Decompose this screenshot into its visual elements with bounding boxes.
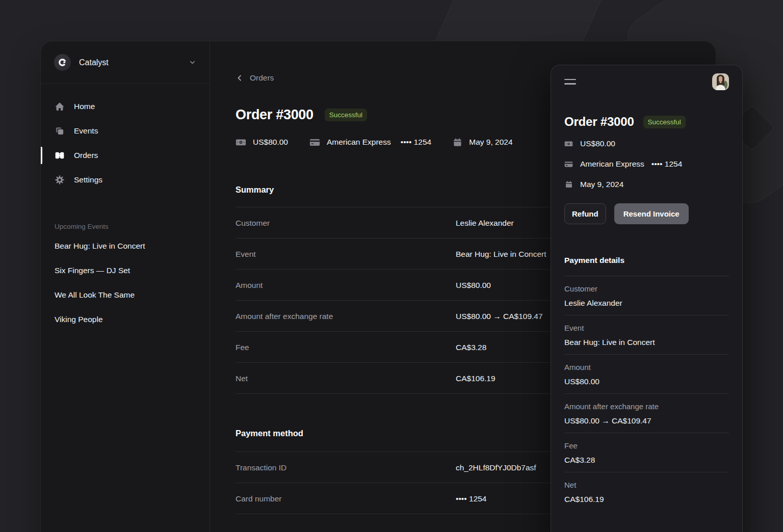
ticket-icon — [55, 150, 65, 161]
sidebar-item-label: Orders — [74, 151, 98, 160]
upcoming-events-heading: Upcoming Events — [55, 223, 196, 230]
user-avatar[interactable] — [712, 73, 729, 90]
sidebar-nav: Home Events Orders — [41, 94, 210, 192]
credit-card-icon — [309, 137, 320, 148]
list-item: Amount US$80.00 — [564, 355, 729, 394]
order-card-last4: •••• 1254 — [401, 138, 432, 147]
list-item: Customer Leslie Alexander — [564, 276, 729, 315]
desktop-backdrop: Catalyst Home Events — [0, 0, 783, 532]
mobile-panel: Order #3000 Successful US$80.00 American… — [551, 65, 743, 532]
detail-value: CA$3.28 — [564, 455, 729, 465]
row-label: Customer — [236, 218, 456, 228]
row-label: Event — [236, 249, 456, 259]
sidebar-event-link[interactable]: Bear Hug: Live in Concert — [55, 241, 196, 251]
payment-details-list: Customer Leslie Alexander Event Bear Hug… — [564, 276, 729, 511]
sidebar: Catalyst Home Events — [41, 41, 210, 532]
detail-label: Customer — [564, 284, 729, 294]
list-item: Net CA$106.19 — [564, 472, 729, 511]
gear-icon — [55, 175, 65, 185]
hamburger-menu-icon[interactable] — [564, 77, 576, 87]
banknote-icon — [236, 137, 246, 148]
row-label: Card number — [236, 493, 456, 504]
detail-value: US$80.00 — [564, 377, 729, 386]
square-stack-icon — [55, 126, 65, 136]
calendar-icon — [453, 138, 462, 147]
detail-value: US$80.00 → CA$109.47 — [564, 416, 729, 425]
list-item: Fee CA$3.28 — [564, 433, 729, 472]
panel-card-brand: American Express — [580, 159, 644, 169]
row-label: Amount after exchange rate — [236, 311, 456, 322]
panel-status-badge: Successful — [643, 116, 686, 128]
panel-card-last4: •••• 1254 — [651, 159, 683, 169]
panel-date-value: May 9, 2024 — [580, 180, 623, 189]
page-title: Order #3000 — [236, 107, 314, 123]
detail-label: Amount — [564, 363, 729, 372]
banknote-icon — [564, 140, 573, 148]
order-amount-value: US$80.00 — [253, 138, 288, 147]
sidebar-event-link[interactable]: Viking People — [55, 314, 196, 325]
sidebar-item-home[interactable]: Home — [41, 94, 210, 119]
detail-label: Net — [564, 481, 729, 490]
panel-order-date: May 9, 2024 — [564, 178, 729, 191]
workspace-switcher[interactable]: Catalyst — [41, 41, 210, 84]
order-card-brand: American Express — [327, 138, 391, 147]
calendar-icon — [564, 180, 573, 189]
panel-amount-value: US$80.00 — [580, 139, 615, 148]
list-item: Event Bear Hug: Live in Concert — [564, 315, 729, 355]
home-icon — [55, 101, 65, 112]
detail-label: Event — [564, 324, 729, 333]
sidebar-event-link[interactable]: Six Fingers — DJ Set — [55, 265, 196, 276]
breadcrumb-back-orders[interactable]: Orders — [236, 73, 274, 83]
panel-order-amount: US$80.00 — [564, 138, 729, 150]
active-nav-indicator — [41, 147, 42, 164]
row-label: Amount — [236, 280, 456, 290]
credit-card-icon — [564, 160, 573, 169]
order-date: May 9, 2024 — [453, 138, 512, 147]
sidebar-item-label: Home — [74, 102, 95, 111]
detail-value: Bear Hug: Live in Concert — [564, 337, 729, 347]
panel-order-meta: US$80.00 American Express •••• 1254 May … — [564, 138, 729, 191]
row-label: Net — [236, 373, 456, 384]
panel-order-card: American Express •••• 1254 — [564, 158, 729, 170]
sidebar-item-events[interactable]: Events — [41, 119, 210, 143]
sidebar-item-label: Settings — [74, 175, 102, 184]
row-label: Fee — [236, 342, 456, 353]
status-badge: Successful — [325, 109, 367, 121]
catalyst-logo-icon — [54, 54, 71, 71]
upcoming-events-section: Upcoming Events Bear Hug: Live in Concer… — [41, 223, 210, 325]
refund-button[interactable]: Refund — [564, 203, 606, 224]
sidebar-item-settings[interactable]: Settings — [41, 168, 210, 192]
row-label: Transaction ID — [236, 462, 456, 473]
panel-order-title: Order #3000 — [564, 115, 634, 129]
detail-value: Leslie Alexander — [564, 298, 729, 308]
breadcrumb-label: Orders — [250, 73, 274, 83]
detail-label: Amount after exchange rate — [564, 402, 729, 411]
sidebar-item-label: Events — [74, 126, 98, 136]
order-date-value: May 9, 2024 — [469, 138, 512, 147]
sidebar-item-orders[interactable]: Orders — [41, 143, 210, 168]
order-amount: US$80.00 — [236, 137, 288, 148]
order-card: American Express •••• 1254 — [309, 137, 431, 148]
detail-label: Fee — [564, 441, 729, 450]
list-item: Amount after exchange rate US$80.00 → CA… — [564, 394, 729, 433]
resend-invoice-button[interactable]: Resend Invoice — [614, 203, 689, 224]
payment-details-heading: Payment details — [564, 256, 729, 265]
chevron-down-icon — [189, 59, 196, 66]
detail-value: CA$106.19 — [564, 494, 729, 504]
chevron-left-icon — [236, 74, 244, 82]
brand-name: Catalyst — [79, 58, 109, 67]
sidebar-event-link[interactable]: We All Look The Same — [55, 290, 196, 300]
